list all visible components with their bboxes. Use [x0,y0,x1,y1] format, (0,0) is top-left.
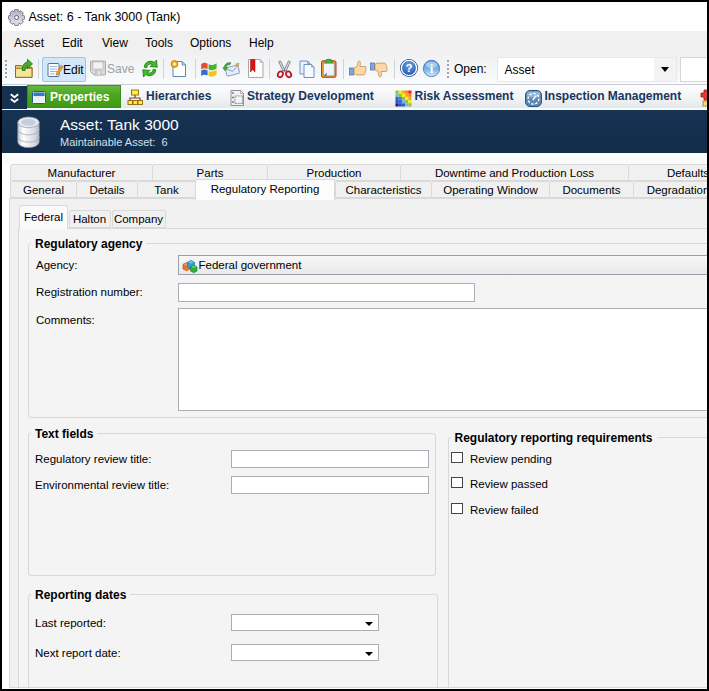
svg-text:?: ? [405,62,412,74]
svg-text:i: i [430,62,434,76]
